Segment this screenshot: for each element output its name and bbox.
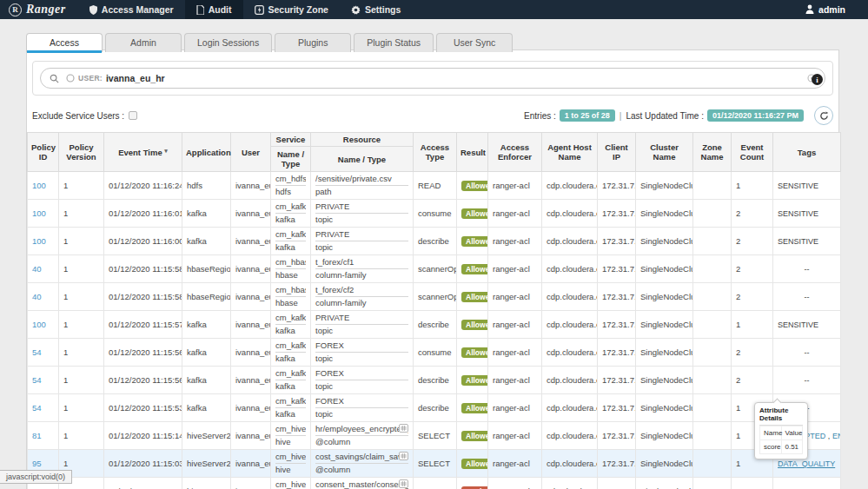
user-menu[interactable]: admin (797, 4, 868, 16)
cell-result: Allowed (457, 311, 488, 339)
policy-id-link[interactable]: 54 (32, 403, 42, 413)
user-filter-chip[interactable]: USER: ivanna_eu_hr (66, 73, 165, 83)
cell-event-time: 01/12/2020 11:15:57 PM (104, 311, 182, 339)
policy-id-link[interactable]: 81 (32, 431, 42, 440)
cell-application: kafka (182, 228, 231, 255)
resource-name: cost_savings/claim_savin... (315, 452, 408, 464)
cell-application: hdfs (182, 172, 231, 200)
cell-access-type: scannerOpen (414, 255, 457, 283)
cell-access-enforcer: ranger-acl (488, 311, 542, 339)
col-access-type[interactable]: Access Type (414, 133, 457, 172)
col-tags[interactable]: Tags (773, 133, 841, 172)
cell-access-type: SELECT (414, 450, 457, 478)
table-grid-icon[interactable] (399, 479, 408, 488)
nav-access-manager[interactable]: Access Manager (78, 0, 185, 19)
col-client-ip[interactable]: Client IP (598, 133, 636, 172)
cell-service: cm_kafkakafka (271, 200, 311, 228)
cell-policy-version: 1 (59, 311, 104, 339)
col-access-enforcer[interactable]: Access Enforcer (488, 133, 542, 172)
table-controls: Exclude Service Users : Entries : 1 to 2… (32, 106, 833, 125)
col-user[interactable]: User (231, 133, 271, 172)
policy-id-link[interactable]: 100 (32, 181, 46, 190)
col-application[interactable]: Application (182, 133, 231, 172)
table-body: 100101/12/2020 11:16:24 PMhdfsivanna_eu_… (28, 172, 841, 489)
col-result[interactable]: Result (457, 133, 488, 172)
tag-separator: , (825, 432, 832, 440)
table-row: 40101/12/2020 11:15:58 PMhbaseRegionaliv… (28, 255, 841, 283)
tab-plugin-status[interactable]: Plugin Status (354, 33, 434, 52)
cell-service: cm_hdfshdfs (271, 172, 311, 200)
audit-access-table: Policy ID Policy Version Event Time ▾ Ap… (27, 132, 841, 489)
search-info-icon[interactable]: i (812, 74, 823, 85)
service-name-type: cm_kafkakafka (275, 396, 306, 420)
search-input[interactable]: USER: ivanna_eu_hr (40, 68, 825, 89)
policy-id-link[interactable]: 40 (32, 264, 42, 274)
remove-filter-icon[interactable] (66, 74, 75, 83)
cell-zone-name (693, 228, 732, 255)
tab-user-sync[interactable]: User Sync (436, 33, 513, 52)
cell-event-time: 01/12/2020 11:14:57 PM (104, 478, 182, 489)
tag-link[interactable]: DATA_QUALITY (778, 459, 835, 468)
cell-zone-name (693, 422, 732, 450)
policy-id-link[interactable]: 54 (32, 375, 42, 385)
cell-service: cm_hivehive (271, 450, 311, 478)
cell-application: hbaseRegional (182, 255, 231, 283)
cell-access-type: READ (414, 172, 457, 200)
col-resource-group: Resource (311, 133, 414, 147)
updated-badge: 01/12/2020 11:16:27 PM (707, 109, 804, 122)
cell-agent-host-name: cdp.cloudera.com (542, 228, 598, 255)
access-tab-panel: USER: ivanna_eu_hr i Exclude Service Use… (26, 50, 839, 489)
service-type: kafka (275, 214, 306, 225)
nav-settings[interactable]: Settings (340, 0, 412, 19)
cell-policy-version: 1 (59, 255, 104, 283)
refresh-button[interactable] (814, 106, 833, 125)
cell-event-count: 2 (732, 255, 773, 283)
tab-access[interactable]: Access (26, 33, 103, 52)
col-policy-version[interactable]: Policy Version (59, 133, 104, 172)
cell-access-type: describe (414, 367, 457, 394)
tag-text: -- (805, 348, 810, 357)
tab-plugins[interactable]: Plugins (275, 33, 351, 52)
resource-name-type: FOREXtopic (315, 368, 408, 392)
cell-access-type: scannerOpen (414, 283, 457, 311)
tab-login-sessions[interactable]: Login Sessions (184, 33, 272, 52)
policy-id-link[interactable]: 40 (32, 292, 42, 301)
table-grid-icon[interactable] (399, 452, 408, 460)
policy-id-link[interactable]: 54 (32, 347, 42, 357)
policy-id-link[interactable]: 95 (32, 459, 42, 468)
service-name: cm_kafka (275, 202, 306, 214)
table-grid-icon[interactable] (399, 424, 408, 433)
service-name-type: cm_kafkakafka (275, 340, 306, 364)
cell-resource: FOREXtopic (311, 339, 414, 367)
cell-tags: -- (773, 255, 841, 283)
table-row: 54101/12/2020 11:15:53 PMkafkaivanna_eu_… (28, 394, 841, 422)
tag-link[interactable]: ENCRYPTED (832, 432, 841, 440)
cell-client-ip: 172.31.7.61 (598, 228, 636, 255)
result-badge: Allowed (461, 431, 488, 441)
ranger-brand[interactable]: R Ranger (0, 3, 78, 17)
nav-label: Security Zone (268, 4, 328, 15)
resource-name-type: FOREXtopic (315, 340, 408, 364)
col-zone-name[interactable]: Zone Name (693, 133, 732, 172)
col-event-count[interactable]: Event Count (732, 133, 773, 172)
col-event-time[interactable]: Event Time ▾ (104, 133, 182, 172)
policy-id-link[interactable]: 100 (32, 236, 46, 246)
col-policy-id[interactable]: Policy ID (28, 133, 59, 172)
policy-id-link[interactable]: 100 (32, 320, 46, 329)
policy-id-link[interactable]: 100 (32, 208, 46, 218)
nav-audit[interactable]: Audit (185, 0, 243, 19)
resource-name: t_forex/cf1 (315, 257, 408, 269)
col-cluster-name[interactable]: Cluster Name (636, 133, 693, 172)
tab-admin[interactable]: Admin (105, 33, 182, 52)
service-type: kafka (275, 353, 306, 364)
cell-user: ivanna_eu_hr (231, 478, 271, 489)
col-agent-host-name[interactable]: Agent Host Name (542, 133, 598, 172)
zone-bolt-icon (255, 5, 264, 15)
cell-client-ip: 172.31.7.61 (598, 367, 636, 394)
service-name: cm_kafka (275, 368, 306, 380)
service-name: cm_kafka (275, 396, 306, 408)
nav-label: Settings (365, 4, 401, 15)
cell-access-enforcer: ranger-acl (488, 394, 542, 422)
exclude-checkbox[interactable] (129, 111, 137, 120)
nav-security-zone[interactable]: Security Zone (243, 0, 340, 19)
